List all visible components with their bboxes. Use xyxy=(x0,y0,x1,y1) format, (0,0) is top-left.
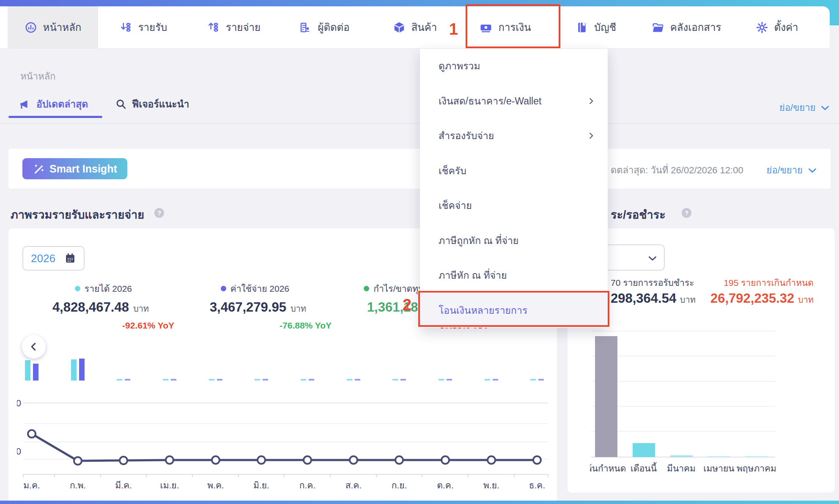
menu-item-label: เงินสด/ธนาคาร/e-Wallet xyxy=(439,93,541,109)
menu-item-overview[interactable]: ดูภาพรวม xyxy=(420,49,608,84)
nav-item-finance[interactable]: การเงิน xyxy=(460,6,551,48)
stat-yoy: -92.61% YoY xyxy=(17,320,174,331)
nav-item-label: บัญชี xyxy=(594,19,616,36)
collapse-expand-label: ย่อ/ขยาย xyxy=(779,100,815,115)
overdue-amount-value: 26,792,235.32 xyxy=(710,291,794,306)
nav-item-home[interactable]: หน้าหลัก xyxy=(8,6,98,48)
last-updated-text: ดตล่าสุด: วันที่ 26/02/2026 12:00 xyxy=(611,163,743,178)
x-axis-month-labels: ม.ค. ก.พ. มี.ค. เม.ย. พ.ค. มิ.ย. ก.ค. ส.… xyxy=(23,480,545,490)
nav-item-label: ตั้งค่า xyxy=(774,19,798,36)
collapse-expand-toggle[interactable]: ย่อ/ขยาย xyxy=(779,100,831,115)
receivables-help-icon[interactable]: ? xyxy=(682,208,691,218)
svg-text:ต.ค.: ต.ค. xyxy=(437,480,453,490)
menu-item-label: ดูภาพรวม xyxy=(439,58,480,74)
smart-insight-label: Smart Insight xyxy=(49,163,117,175)
search-icon xyxy=(115,98,127,110)
menu-item-cheque-paid[interactable]: เช็คจ่าย xyxy=(420,188,608,223)
documents-icon xyxy=(652,21,664,34)
main-nav: หน้าหลัก รายรับ รายจ่าย ผู้ติดต่อ xyxy=(0,6,830,49)
overview-help-icon[interactable]: ? xyxy=(154,208,164,218)
accounting-icon xyxy=(576,21,588,34)
nav-item-expense[interactable]: รายจ่าย xyxy=(189,6,279,48)
bars xyxy=(595,336,768,457)
nav-item-settings[interactable]: ตั้งค่า xyxy=(732,6,822,48)
menu-item-tax-withheld-by-others[interactable]: ภาษีถูกหัก ณ ที่จ่าย xyxy=(420,223,608,258)
svg-text:พ.ย.: พ.ย. xyxy=(483,480,499,490)
nav-item-label: รายจ่าย xyxy=(226,19,260,36)
svg-text:ก.ย.: ก.ย. xyxy=(392,480,407,490)
nav-item-products[interactable]: สินค้า xyxy=(370,6,460,48)
svg-text:มี.ค.: มี.ค. xyxy=(115,480,132,490)
nav-item-label: หน้าหลัก xyxy=(43,19,82,36)
receivables-bar-chart: พ้นกำหนด เดือนนี้ มีนาคม เมษายน พฤษภาคม xyxy=(590,328,780,474)
menu-item-reserve[interactable]: สำรองรับจ่าย xyxy=(420,118,608,153)
menu-item-label: โอนเงินหลายรายการ xyxy=(439,303,527,318)
chevron-down-icon xyxy=(807,165,818,176)
overview-section-title: ภาพรวมรายรับและรายจ่าย xyxy=(11,205,144,224)
overdue-count: 195 รายการเกินกำหนด xyxy=(724,276,814,290)
expense-legend-dot xyxy=(221,286,226,291)
tab-row-divider xyxy=(0,123,839,124)
chevron-right-icon xyxy=(587,131,596,140)
nav-item-accounting[interactable]: บัญชี xyxy=(551,6,641,48)
contacts-icon xyxy=(299,21,312,34)
svg-text:มิ.ย.: มิ.ย. xyxy=(253,480,269,490)
svg-text:ส.ค.: ส.ค. xyxy=(345,480,362,490)
menu-item-withholding-tax[interactable]: ภาษีหัก ณ ที่จ่าย xyxy=(420,258,608,293)
receivables-section-title: ระ/รอชำระ xyxy=(611,205,666,224)
active-tab-underline xyxy=(8,116,102,118)
annotation-number-2: 2 xyxy=(403,296,411,314)
gridlines xyxy=(591,331,775,431)
stat-unit: บาท xyxy=(133,302,149,315)
chevron-right-icon xyxy=(587,96,596,106)
product-icon xyxy=(393,21,406,34)
smart-insight-button[interactable]: Smart Insight xyxy=(22,158,127,179)
overview-combo-chart: 0 0 xyxy=(17,334,550,490)
pending-amount-value: 298,364.54 xyxy=(611,291,676,306)
nav-item-documents[interactable]: คลังเอกสาร xyxy=(641,6,732,48)
megaphone-icon xyxy=(19,98,31,110)
magic-wand-icon xyxy=(33,163,44,175)
year-selector[interactable]: 2026 xyxy=(22,246,85,271)
income-icon xyxy=(120,21,132,34)
svg-text:พ้นกำหนด: พ้นกำหนด xyxy=(590,463,626,473)
tab-recommended-features[interactable]: ฟีเจอร์แนะนำ xyxy=(115,96,189,112)
tab-label: อัปเดตล่าสุด xyxy=(36,96,88,112)
expense-icon xyxy=(207,21,220,34)
stat-label: ค่าใช้จ่าย 2026 xyxy=(230,282,289,296)
chart-scroll-left-button[interactable] xyxy=(22,335,46,359)
insight-collapse-toggle[interactable]: ย่อ/ขยาย xyxy=(767,163,818,178)
svg-text:ก.ค.: ก.ค. xyxy=(299,480,315,490)
income-legend-dot xyxy=(75,286,80,291)
chevron-down-icon xyxy=(820,102,831,113)
stat-income: รายได้ 2026 4,828,467.48บาท -92.61% YoY xyxy=(17,282,174,331)
pending-count: 70 รายการรอรับชำระ xyxy=(611,276,694,290)
settings-icon xyxy=(756,21,768,34)
pending-amount: 298,364.54 บาท xyxy=(611,291,696,307)
dashboard-icon xyxy=(25,21,37,34)
profit-legend-dot xyxy=(364,286,369,291)
tab-latest-updates[interactable]: อัปเดตล่าสุด xyxy=(19,96,88,112)
chevron-down-icon xyxy=(647,253,658,264)
overdue-amount: 26,792,235.32 บาท xyxy=(710,291,814,307)
chevron-left-icon xyxy=(28,341,39,352)
svg-text:เม.ย.: เม.ย. xyxy=(160,480,179,490)
x-axis-ticks xyxy=(23,474,548,477)
year-value: 2026 xyxy=(31,252,55,265)
stat-value: 3,467,279.95 xyxy=(210,300,286,315)
y-axis-zero-label: 0 xyxy=(17,398,21,408)
menu-item-multi-transfer[interactable]: โอนเงินหลายรายการ xyxy=(420,293,608,328)
nav-item-label: รายรับ xyxy=(138,19,167,36)
stat-yoy: -76.88% YoY xyxy=(174,320,332,331)
stat-value: 4,828,467.48 xyxy=(52,300,129,315)
menu-item-cash-bank-ewallet[interactable]: เงินสด/ธนาคาร/e-Wallet xyxy=(420,84,608,119)
stat-label: รายได้ 2026 xyxy=(85,282,132,296)
nav-item-label: การเงิน xyxy=(498,19,531,36)
nav-item-income[interactable]: รายรับ xyxy=(98,6,189,48)
svg-text:เดือนนี้: เดือนนี้ xyxy=(631,462,657,473)
nav-item-contacts[interactable]: ผู้ติดต่อ xyxy=(279,6,370,48)
menu-item-label: สำรองรับจ่าย xyxy=(439,128,494,143)
footer-gradient-band xyxy=(0,501,839,504)
menu-item-cheque-received[interactable]: เช็ครับ xyxy=(420,153,608,189)
bar-category-labels: พ้นกำหนด เดือนนี้ มีนาคม เมษายน พฤษภาคม xyxy=(590,462,776,473)
